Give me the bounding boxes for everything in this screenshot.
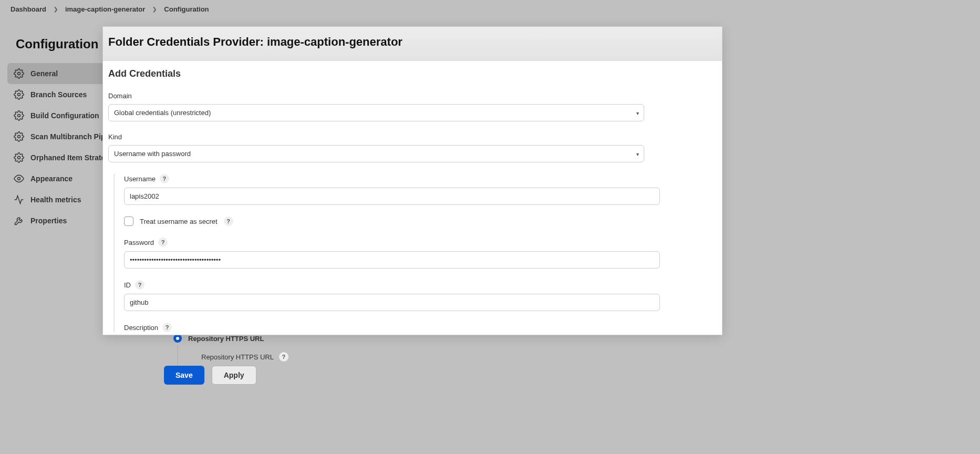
radio-label: Repository HTTPS URL [188, 335, 264, 343]
save-button[interactable]: Save [164, 366, 204, 385]
domain-label: Domain [108, 92, 717, 100]
sidebar-item-scan-multibranch[interactable]: Scan Multibranch Pipeline Triggers [7, 126, 107, 147]
modal-subtitle: Add Credentials [108, 68, 717, 79]
gear-icon [14, 68, 24, 79]
svg-point-1 [18, 94, 20, 96]
svg-point-5 [18, 178, 20, 180]
wrench-icon [14, 215, 24, 226]
sidebar-item-label: General [30, 69, 58, 78]
sidebar-item-build-configuration[interactable]: Build Configuration [7, 105, 107, 126]
chevron-right-icon: ❯ [54, 6, 58, 12]
sidebar-item-label: Build Configuration [30, 111, 99, 120]
domain-select[interactable]: Global credentials (unrestricted) [108, 104, 644, 121]
sub-label: Repository HTTPS URL [201, 353, 274, 361]
behind-content: Repository HTTPS URL Repository HTTPS UR… [163, 331, 704, 368]
gear-icon [14, 131, 24, 142]
sidebar-item-label: Scan Multibranch Pipeline Triggers [30, 132, 107, 141]
gear-icon [14, 89, 24, 100]
username-input[interactable] [124, 188, 660, 205]
sidebar-item-branch-sources[interactable]: Branch Sources [7, 84, 107, 105]
eye-icon [14, 173, 24, 184]
gear-icon [14, 110, 24, 121]
breadcrumb-dashboard[interactable]: Dashboard [11, 5, 46, 13]
breadcrumb: Dashboard ❯ image-caption-generator ❯ Co… [0, 0, 980, 18]
svg-point-3 [18, 136, 20, 138]
activity-icon [14, 194, 24, 205]
kind-label: Kind [108, 133, 717, 141]
sidebar-item-properties[interactable]: Properties [7, 210, 107, 231]
gear-icon [14, 152, 24, 163]
sidebar-item-label: Appearance [30, 174, 73, 183]
credentials-modal: Folder Credentials Provider: image-capti… [102, 26, 723, 335]
svg-point-2 [18, 115, 20, 117]
svg-point-4 [18, 157, 20, 159]
bottom-actions: Save Apply [164, 366, 256, 385]
kind-label-text: Kind [108, 133, 122, 141]
kind-select[interactable]: Username with password [108, 145, 644, 162]
help-icon[interactable]: ? [224, 216, 233, 226]
chevron-right-icon: ❯ [152, 6, 157, 12]
help-icon[interactable]: ? [135, 280, 145, 290]
sidebar-item-label: Properties [30, 216, 67, 225]
password-label: Password [124, 239, 154, 246]
sidebar-item-general[interactable]: General [7, 63, 107, 84]
sidebar-item-orphaned[interactable]: Orphaned Item Strategy [7, 147, 107, 168]
domain-label-text: Domain [108, 92, 132, 100]
username-label: Username [124, 175, 156, 183]
config-sidebar: General Branch Sources Build Configurati… [7, 63, 107, 231]
page-title: Configuration [16, 37, 98, 51]
treat-username-secret-checkbox[interactable] [124, 216, 133, 226]
modal-title: Folder Credentials Provider: image-capti… [103, 27, 722, 61]
sidebar-item-label: Health metrics [30, 195, 81, 204]
id-label: ID [124, 281, 131, 289]
sidebar-item-label: Branch Sources [30, 90, 87, 99]
description-label: Description [124, 324, 158, 332]
id-input[interactable] [124, 294, 660, 311]
sidebar-item-health-metrics[interactable]: Health metrics [7, 189, 107, 210]
help-icon[interactable]: ? [158, 238, 168, 247]
radio-repository-https[interactable] [173, 334, 182, 343]
sidebar-item-appearance[interactable]: Appearance [7, 168, 107, 189]
treat-username-secret-label: Treat username as secret [140, 218, 218, 225]
apply-button[interactable]: Apply [212, 366, 256, 385]
breadcrumb-project[interactable]: image-caption-generator [65, 5, 145, 13]
breadcrumb-configuration[interactable]: Configuration [164, 5, 209, 13]
help-icon[interactable]: ? [279, 352, 288, 362]
help-icon[interactable]: ? [162, 323, 172, 332]
svg-point-0 [18, 73, 20, 75]
password-input[interactable] [124, 251, 660, 269]
sidebar-item-label: Orphaned Item Strategy [30, 153, 107, 162]
help-icon[interactable]: ? [160, 174, 169, 183]
